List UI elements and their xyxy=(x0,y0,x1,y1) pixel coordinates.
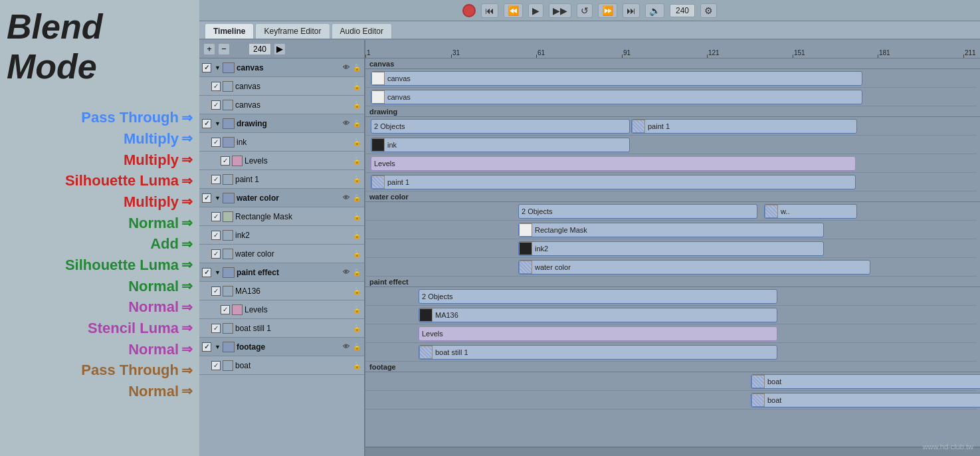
tracks-scroll[interactable]: canvascanvascanvasdrawing2 Objectspaint … xyxy=(365,58,980,447)
layer-visibility-icon[interactable]: 👁 xyxy=(342,268,351,277)
prev-button[interactable]: ⏪ xyxy=(504,3,523,18)
layer-lock-icon[interactable]: 🔒 xyxy=(352,268,361,277)
next-end-button[interactable]: ⏭ xyxy=(623,3,640,18)
track-clip[interactable]: canvas xyxy=(371,71,862,86)
settings-button[interactable]: ⚙ xyxy=(700,3,717,18)
layer-checkbox[interactable]: ✓ xyxy=(202,342,211,352)
add-layer-button[interactable]: + xyxy=(203,43,215,55)
layer-visibility-icon[interactable]: 👁 xyxy=(342,63,351,72)
group-toggle[interactable]: ▼ xyxy=(215,269,221,276)
layer-lock-icon[interactable]: 🔒 xyxy=(352,231,361,240)
layer-row[interactable]: ✓Levels🔒 xyxy=(199,300,364,319)
next-button[interactable]: ⏩ xyxy=(598,3,617,18)
loop-button[interactable]: ↺ xyxy=(577,3,593,18)
frame-display[interactable]: 240 xyxy=(670,4,695,17)
layer-lock-icon[interactable]: 🔒 xyxy=(352,361,361,370)
track-clip[interactable]: water color xyxy=(518,260,870,275)
layer-visibility-icon[interactable]: 👁 xyxy=(342,193,351,203)
track-clip[interactable]: paint 1 xyxy=(631,119,857,134)
track-clip[interactable]: Levels xyxy=(419,326,777,341)
layer-checkbox[interactable]: ✓ xyxy=(202,63,211,72)
layer-row[interactable]: ✓paint 1🔒 xyxy=(199,170,364,189)
layer-checkbox[interactable]: ✓ xyxy=(202,193,211,203)
tab-keyframe-editor[interactable]: Keyframe Editor xyxy=(255,23,330,39)
layer-checkbox[interactable]: ✓ xyxy=(202,268,211,277)
record-button[interactable] xyxy=(462,4,476,17)
track-clip[interactable]: MA136 xyxy=(419,308,777,322)
layer-row[interactable]: ✓MA136🔒 xyxy=(199,282,364,300)
track-clip[interactable]: w.. xyxy=(764,204,857,219)
layer-checkbox[interactable]: ✓ xyxy=(211,175,221,184)
layer-checkbox[interactable]: ✓ xyxy=(211,231,221,240)
layer-row[interactable]: ✓Levels🔒 xyxy=(199,152,364,170)
group-toggle[interactable]: ▼ xyxy=(215,120,221,127)
layer-visibility-icon[interactable]: 👁 xyxy=(342,342,351,352)
layer-checkbox[interactable]: ✓ xyxy=(221,156,230,166)
layer-lock-icon[interactable]: 🔒 xyxy=(352,100,361,110)
layer-checkbox[interactable]: ✓ xyxy=(211,361,221,370)
frame-next-button[interactable]: ▶ xyxy=(274,43,286,55)
layer-lock-icon[interactable]: 🔒 xyxy=(352,175,361,184)
layer-lock-icon[interactable]: 🔒 xyxy=(352,138,361,147)
layer-lock-icon[interactable]: 🔒 xyxy=(352,82,361,91)
layer-row[interactable]: ✓water color🔒 xyxy=(199,245,364,263)
layer-row[interactable]: ✓Rectangle Mask🔒 xyxy=(199,207,364,226)
layer-lock-icon[interactable]: 🔒 xyxy=(352,249,361,259)
prev-end-button[interactable]: ⏮ xyxy=(481,3,498,18)
track-clip[interactable]: boat xyxy=(751,393,980,407)
play-pause-button[interactable]: ▶▶ xyxy=(549,3,571,18)
track-clip[interactable]: Rectangle Mask xyxy=(518,223,824,237)
layer-checkbox[interactable]: ✓ xyxy=(211,249,221,259)
layer-lock-icon[interactable]: 🔒 xyxy=(352,305,361,314)
layer-row[interactable]: ✓boat still 1🔒 xyxy=(199,319,364,338)
layer-checkbox[interactable]: ✓ xyxy=(211,286,221,296)
layer-row[interactable]: ✓▼water color👁🔒 xyxy=(199,189,364,207)
track-clip[interactable]: canvas xyxy=(371,90,862,104)
layer-checkbox[interactable]: ✓ xyxy=(211,82,221,91)
track-clip[interactable]: 2 Objects xyxy=(518,204,757,219)
layer-checkbox[interactable]: ✓ xyxy=(202,119,211,128)
track-clip[interactable]: 2 Objects xyxy=(419,289,777,304)
layer-row[interactable]: ✓canvas🔒 xyxy=(199,96,364,114)
play-button[interactable]: ▶ xyxy=(528,3,543,18)
group-toggle[interactable]: ▼ xyxy=(215,64,221,71)
layer-lock-icon[interactable]: 🔒 xyxy=(352,156,361,166)
layer-row[interactable]: ✓▼paint effect👁🔒 xyxy=(199,263,364,282)
track-group-label-row: drawing xyxy=(365,106,980,117)
track-clip[interactable]: 2 Objects xyxy=(371,119,630,134)
layer-frame-display[interactable]: 240 xyxy=(248,43,271,55)
layer-row[interactable]: ✓▼canvas👁🔒 xyxy=(199,58,364,77)
group-toggle[interactable]: ▼ xyxy=(215,344,221,350)
track-clip[interactable]: Levels xyxy=(371,156,856,171)
remove-layer-button[interactable]: − xyxy=(218,43,230,55)
layer-lock-icon[interactable]: 🔒 xyxy=(352,193,361,203)
track-clip[interactable]: ink xyxy=(371,138,630,152)
layer-lock-icon[interactable]: 🔒 xyxy=(352,63,361,72)
group-toggle[interactable]: ▼ xyxy=(215,195,221,201)
track-clip[interactable]: paint 1 xyxy=(371,175,856,189)
layer-lock-icon[interactable]: 🔒 xyxy=(352,212,361,221)
track-clip[interactable]: ink2 xyxy=(518,241,824,256)
layer-lock-icon[interactable]: 🔒 xyxy=(352,342,361,352)
layer-checkbox[interactable]: ✓ xyxy=(211,100,221,110)
layer-row[interactable]: ✓▼drawing👁🔒 xyxy=(199,114,364,133)
layer-visibility-icon[interactable]: 👁 xyxy=(342,119,351,128)
layer-row[interactable]: ✓canvas🔒 xyxy=(199,77,364,96)
tab-audio-editor[interactable]: Audio Editor xyxy=(332,23,392,39)
layer-checkbox[interactable]: ✓ xyxy=(211,138,221,147)
vol-button[interactable]: 🔊 xyxy=(645,3,664,18)
layer-row[interactable]: ✓▼footage👁🔒 xyxy=(199,338,364,356)
layer-lock-icon[interactable]: 🔒 xyxy=(352,324,361,333)
layer-checkbox[interactable]: ✓ xyxy=(211,324,221,333)
layer-row[interactable]: ✓boat🔒 xyxy=(199,356,364,375)
tab-timeline[interactable]: Timeline xyxy=(205,23,254,39)
horizontal-scrollbar[interactable] xyxy=(365,447,980,456)
layer-row[interactable]: ✓ink2🔒 xyxy=(199,226,364,245)
track-clip[interactable]: boat still 1 xyxy=(419,345,777,360)
layer-checkbox[interactable]: ✓ xyxy=(221,305,230,314)
layer-row[interactable]: ✓ink🔒 xyxy=(199,133,364,152)
layer-lock-icon[interactable]: 🔒 xyxy=(352,119,361,128)
layer-checkbox[interactable]: ✓ xyxy=(211,212,221,221)
track-clip[interactable]: boat xyxy=(751,374,980,389)
layer-lock-icon[interactable]: 🔒 xyxy=(352,286,361,296)
